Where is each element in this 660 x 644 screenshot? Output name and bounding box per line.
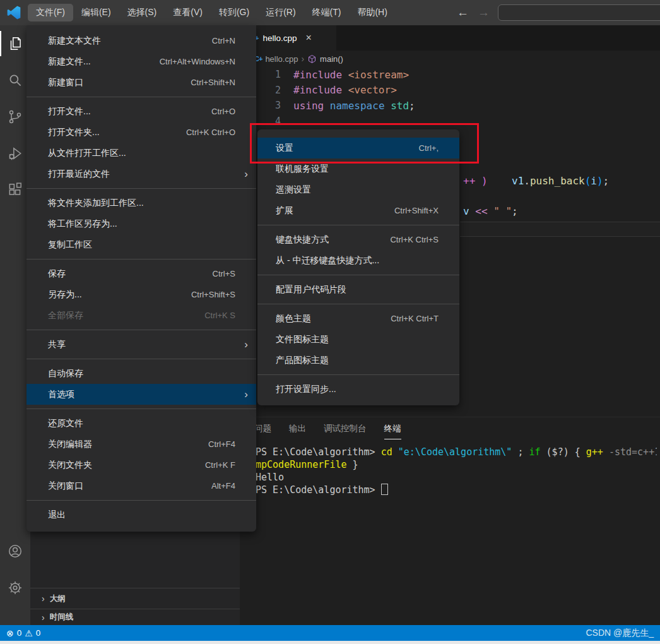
code-text: #include <vector>: [293, 84, 397, 96]
code-token: [342, 69, 348, 81]
code-line[interactable]: 2#include <vector>: [240, 83, 660, 98]
extensions-icon[interactable]: [0, 172, 30, 208]
account-icon[interactable]: [0, 533, 30, 569]
settings-highlight-annotation: [250, 123, 479, 164]
menu-item[interactable]: 配置用户代码片段: [257, 279, 459, 300]
tab-close-icon[interactable]: ×: [305, 32, 311, 44]
code-token: if: [529, 446, 546, 458]
menu-item[interactable]: 从 - 中迁移键盘快捷方式...: [257, 250, 459, 271]
menubar-item[interactable]: 选择(S): [119, 4, 165, 21]
code-token: ;: [512, 205, 518, 217]
menu-item[interactable]: 关闭文件夹Ctrl+K F: [27, 455, 256, 475]
source-control-icon[interactable]: [0, 98, 30, 135]
menu-item[interactable]: 颜色主题Ctrl+K Ctrl+T: [257, 308, 459, 329]
problems-status[interactable]: ⊗ 0 ⚠ 0: [6, 628, 40, 638]
code-token: }: [347, 459, 358, 470]
menu-item[interactable]: 键盘快捷方式Ctrl+K Ctrl+S: [257, 229, 459, 250]
command-center-search-input[interactable]: [498, 4, 660, 21]
menu-item[interactable]: 复制工作区: [27, 234, 256, 255]
timeline-section-header[interactable]: › 时间线: [30, 609, 240, 625]
menu-item[interactable]: 首选项›: [27, 384, 256, 405]
menu-item[interactable]: 将工作区另存为...: [27, 213, 256, 234]
menu-item[interactable]: 另存为...Ctrl+Shift+S: [27, 284, 256, 305]
menu-item-label: 文件图标主题: [276, 334, 329, 344]
menu-item[interactable]: 关闭窗口Alt+F4: [27, 475, 256, 496]
menu-item-shortcut: Ctrl+K Ctrl+S: [390, 229, 439, 250]
code-token: Hello: [256, 472, 284, 483]
code-token: cd: [381, 446, 398, 458]
menu-item[interactable]: 打开最近的文件›: [27, 164, 256, 184]
menu-item[interactable]: 从文件打开工作区...: [27, 143, 256, 164]
title-bar: 文件(F)编辑(E)选择(S)查看(V)转到(G)运行(R)终端(T)帮助(H)…: [0, 0, 660, 25]
menu-separator: [27, 97, 256, 97]
menu-item[interactable]: 退出: [27, 504, 256, 525]
menu-item[interactable]: 新建窗口Ctrl+Shift+N: [27, 72, 256, 93]
code-token: [488, 175, 512, 187]
code-text: using namespace std;: [293, 100, 415, 112]
menu-item[interactable]: 扩展Ctrl+Shift+X: [257, 200, 459, 221]
menu-item[interactable]: 保存Ctrl+S: [27, 263, 256, 284]
menu-item[interactable]: 新建文件...Ctrl+Alt+Windows+N: [27, 51, 256, 72]
menu-item-shortcut: Ctrl+Shift+S: [191, 284, 235, 305]
code-token: <vector>: [348, 84, 397, 96]
menu-item[interactable]: 还原文件: [27, 413, 256, 434]
menu-item[interactable]: 自动保存: [27, 363, 256, 384]
search-icon[interactable]: [0, 62, 30, 98]
navigate-forward-icon: →: [478, 6, 490, 20]
outline-section-header[interactable]: › 大纲: [30, 588, 240, 609]
menu-item-label: 从文件打开工作区...: [48, 148, 126, 158]
menu-item-label: 首选项: [48, 389, 74, 399]
code-token: "e:\Code\algorithm\": [398, 446, 518, 458]
panel-tab[interactable]: 问题: [254, 423, 271, 439]
code-token: (: [585, 175, 591, 187]
submenu-arrow-icon: ›: [244, 164, 248, 184]
menu-item[interactable]: 打开文件夹...Ctrl+K Ctrl+O: [27, 122, 256, 143]
tab-hello-cpp[interactable]: C+ hello.cpp ×: [243, 25, 336, 51]
menu-item[interactable]: 关闭编辑器Ctrl+F4: [27, 434, 256, 455]
menubar-item[interactable]: 运行(R): [257, 4, 303, 21]
code-line[interactable]: 1#include <iostream>: [240, 67, 660, 83]
code-token: [469, 205, 476, 217]
navigate-back-icon[interactable]: ←: [457, 6, 469, 20]
explorer-icon[interactable]: [0, 25, 30, 62]
menu-separator: [257, 225, 459, 225]
code-token: #include: [293, 84, 342, 96]
menu-item-shortcut: Ctrl+K Ctrl+O: [186, 122, 235, 143]
tab-label: hello.cpp: [262, 33, 297, 43]
menubar-item[interactable]: 转到(G): [211, 4, 257, 21]
code-token: ;: [603, 175, 610, 187]
settings-gear-icon[interactable]: [0, 569, 30, 606]
menu-item[interactable]: 文件图标主题: [257, 329, 459, 350]
menu-item[interactable]: 打开设置同步...: [257, 379, 459, 400]
menubar-item[interactable]: 查看(V): [165, 4, 211, 21]
menubar-item[interactable]: 帮助(H): [349, 4, 395, 21]
menu-item-label: 关闭窗口: [48, 480, 83, 491]
code-text: #include <iostream>: [293, 69, 409, 81]
run-and-debug-icon[interactable]: [0, 135, 30, 172]
menu-item[interactable]: 将文件夹添加到工作区...: [27, 193, 256, 213]
breadcrumb-symbol[interactable]: main(): [320, 54, 343, 64]
editor-tab-strip: C+ hello.cpp ×: [240, 25, 660, 51]
code-fragment: ++ ) v1.push_back(i);: [463, 175, 609, 187]
menu-item[interactable]: 共享›: [27, 334, 256, 355]
panel-tab[interactable]: 调试控制台: [324, 423, 367, 439]
code-token: using: [293, 100, 324, 112]
terminal-output[interactable]: PS E:\Code\algorithm> cd "e:\Code\algori…: [256, 446, 657, 496]
panel-tab[interactable]: 终端: [384, 423, 401, 439]
menubar-item[interactable]: 编辑(E): [73, 4, 119, 21]
menu-item-label: 自动保存: [48, 368, 83, 378]
menubar-item[interactable]: 终端(T): [304, 4, 350, 21]
code-token: std: [391, 100, 409, 112]
panel-tab[interactable]: 输出: [289, 423, 306, 439]
file-menu-dropdown: 新建文本文件Ctrl+N新建文件...Ctrl+Alt+Windows+N新建窗…: [27, 25, 256, 532]
menubar-item[interactable]: 文件(F): [28, 4, 73, 21]
menu-item[interactable]: 遥测设置: [257, 179, 459, 200]
code-line[interactable]: 3using namespace std;: [240, 98, 660, 114]
menu-item[interactable]: 打开文件...Ctrl+O: [27, 101, 256, 122]
breadcrumb-separator: ›: [301, 54, 304, 64]
breadcrumb-file[interactable]: hello.cpp: [265, 54, 298, 64]
menu-separator: [27, 359, 256, 359]
menu-item[interactable]: 新建文本文件Ctrl+N: [27, 30, 256, 51]
menu-item[interactable]: 产品图标主题: [257, 350, 459, 371]
code-token: mpCodeRunnerFile: [256, 459, 347, 470]
